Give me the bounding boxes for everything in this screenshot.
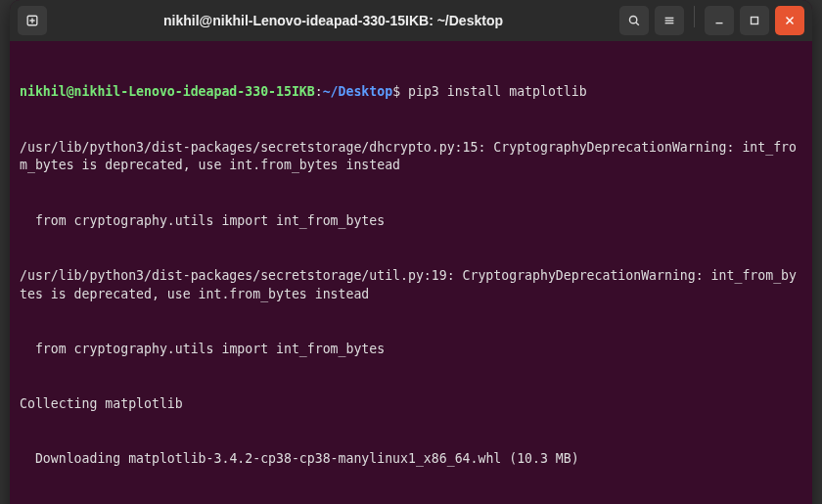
search-button[interactable] <box>619 6 649 35</box>
output-line: from cryptography.utils import int_from_… <box>20 212 802 231</box>
titlebar-right-controls <box>619 6 804 35</box>
output-line: /usr/lib/python3/dist-packages/secretsto… <box>20 267 802 303</box>
window-title: nikhil@nikhil-Lenovo-ideapad-330-15IKB: … <box>53 13 614 28</box>
new-tab-button[interactable] <box>18 6 47 35</box>
output-line: Downloading matplotlib-3.4.2-cp38-cp38-m… <box>20 450 802 469</box>
terminal-body[interactable]: nikhil@nikhil-Lenovo-ideapad-330-15IKB:~… <box>10 41 812 504</box>
command-text: pip3 install matplotlib <box>408 84 587 99</box>
prompt-dollar: $ <box>392 84 400 99</box>
close-button[interactable] <box>775 6 804 35</box>
prompt-separator: : <box>315 84 323 99</box>
prompt-line: nikhil@nikhil-Lenovo-ideapad-330-15IKB:~… <box>20 83 802 102</box>
svg-line-4 <box>636 23 639 25</box>
menu-button[interactable] <box>655 6 684 35</box>
separator <box>694 6 695 27</box>
output-line: Collecting matplotlib <box>20 395 802 414</box>
svg-point-3 <box>629 16 636 23</box>
minimize-button[interactable] <box>705 6 734 35</box>
output-line: /usr/lib/python3/dist-packages/secretsto… <box>20 139 802 175</box>
prompt-user-host: nikhil@nikhil-Lenovo-ideapad-330-15IKB <box>20 84 315 99</box>
output-line: from cryptography.utils import int_from_… <box>20 341 802 359</box>
svg-rect-9 <box>752 18 758 24</box>
prompt-path: ~/Desktop <box>323 84 392 99</box>
terminal-window: nikhil@nikhil-Lenovo-ideapad-330-15IKB: … <box>10 0 812 504</box>
maximize-button[interactable] <box>740 6 769 35</box>
titlebar: nikhil@nikhil-Lenovo-ideapad-330-15IKB: … <box>10 0 812 41</box>
